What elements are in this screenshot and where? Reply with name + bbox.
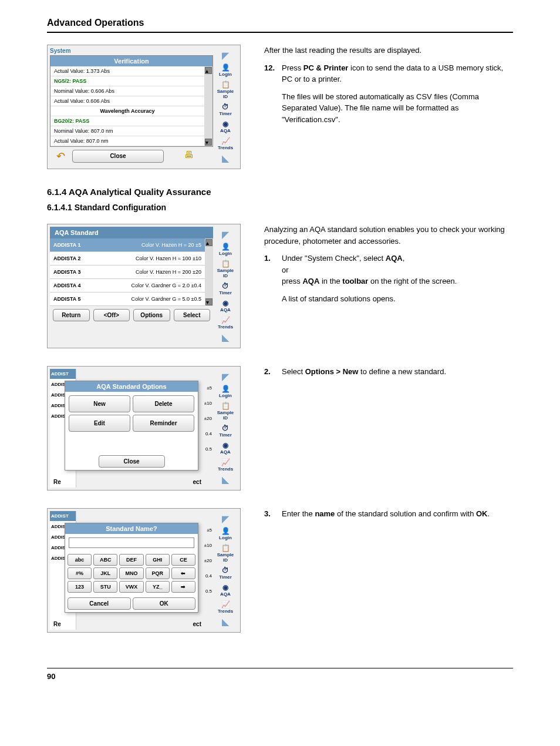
scrollbar[interactable]: ▴ ▾ bbox=[205, 238, 213, 306]
toolbar-trends[interactable]: 📈Trends bbox=[214, 599, 237, 615]
toolbar-trends[interactable]: 📈Trends bbox=[214, 136, 237, 152]
ghost-item: ADDIST bbox=[50, 369, 76, 379]
keyboard-key[interactable]: JKL bbox=[93, 567, 117, 579]
off-button[interactable]: <Off> bbox=[93, 309, 130, 321]
close-button[interactable]: Close bbox=[72, 150, 164, 163]
keyboard-key[interactable]: MNO bbox=[119, 567, 143, 579]
keyboard-key[interactable]: CE bbox=[171, 554, 195, 566]
aqa-row[interactable]: ADDISTA 1Color V. Hazen H = 20 ±5 bbox=[50, 238, 205, 252]
ghost-value: 0.5 bbox=[201, 442, 213, 457]
toolbar-trends[interactable]: 📈Trends bbox=[214, 457, 237, 473]
keyboard-key[interactable]: YZ_ bbox=[146, 581, 170, 593]
scroll-up-icon[interactable]: ▴ bbox=[205, 239, 212, 246]
toolbar-up-icon[interactable]: ◤ bbox=[222, 50, 229, 61]
aqa-intro: Analyzing an AQA standard solution enabl… bbox=[264, 224, 513, 247]
delete-button[interactable]: Delete bbox=[133, 395, 194, 412]
select-button[interactable]: Select bbox=[174, 309, 211, 321]
toolbar-sample-id[interactable]: 📋Sample ID bbox=[214, 258, 237, 280]
toolbar-login[interactable]: 👤Login bbox=[214, 241, 237, 257]
keyboard-key[interactable]: ➡ bbox=[171, 581, 195, 593]
aqa-row[interactable]: ADDISTA 4Color V. Gardner G = 2.0 ±0.4 bbox=[50, 279, 205, 293]
ghost-value: ±10 bbox=[201, 538, 213, 553]
toolbar-login[interactable]: 👤Login bbox=[214, 384, 237, 399]
scroll-down-icon[interactable]: ▾ bbox=[205, 139, 212, 146]
verif-intro: After the last reading the results are d… bbox=[264, 45, 513, 56]
return-fragment: Re bbox=[53, 479, 61, 485]
scroll-down-icon[interactable]: ▾ bbox=[205, 298, 212, 305]
screenshot-keyboard: AQA ADDISTADDISTADDISTADDISTADDIST ±5±10… bbox=[47, 508, 241, 633]
row-verification: System Verification Actual Value: 1.373 … bbox=[47, 45, 513, 169]
toolbar-sample-id[interactable]: 📋Sample ID bbox=[214, 79, 237, 100]
toolbar-login[interactable]: 👤Login bbox=[214, 62, 237, 78]
step-num-2: 2. bbox=[264, 366, 277, 378]
toolbar-aqa[interactable]: ◉AQA bbox=[214, 119, 237, 135]
toolbar-up-icon[interactable]: ◤ bbox=[222, 513, 229, 525]
toolbar-timer[interactable]: ⏱Timer bbox=[214, 565, 237, 581]
scroll-up-icon[interactable]: ▴ bbox=[205, 67, 212, 74]
select-fragment: ect bbox=[193, 479, 201, 485]
verification-line: Actual Value: 807.0 nm bbox=[50, 136, 204, 146]
keyboard-key[interactable]: PQR bbox=[146, 567, 170, 579]
section-6-1-4: 6.1.4 AQA Analytical Quality Assurance bbox=[47, 187, 513, 197]
keyboard-key[interactable]: 123 bbox=[68, 581, 92, 593]
toolbar-aqa[interactable]: ◉AQA bbox=[214, 582, 237, 598]
toolbar-down-icon[interactable]: ◣ bbox=[222, 616, 229, 627]
aqa-list-note: A list of standard solutions opens. bbox=[282, 293, 513, 305]
verification-title: Verification bbox=[50, 56, 212, 66]
ok-button[interactable]: OK bbox=[133, 597, 196, 610]
verification-line: Actual Value: 0.606 Abs bbox=[50, 96, 204, 106]
toolbar-aqa[interactable]: ◉AQA bbox=[214, 440, 237, 456]
toolbar-up-icon[interactable]: ◤ bbox=[222, 229, 229, 240]
cancel-button[interactable]: Cancel bbox=[68, 597, 131, 610]
step-num-1: 1. bbox=[264, 253, 277, 287]
aqa-row[interactable]: ADDISTA 3Color V. Hazen H = 200 ±20 bbox=[50, 266, 205, 279]
keyboard-key[interactable]: VWX bbox=[119, 581, 143, 593]
ghost-value: ±10 bbox=[201, 396, 213, 411]
toolbar-timer[interactable]: ⏱Timer bbox=[214, 423, 237, 439]
toolbar-down-icon[interactable]: ◣ bbox=[222, 153, 229, 164]
toolbar-up-icon[interactable]: ◤ bbox=[222, 371, 229, 382]
toolbar-down-icon[interactable]: ◣ bbox=[222, 332, 229, 343]
pc-printer-icon[interactable]: 🖶 bbox=[167, 150, 210, 163]
aqa-row[interactable]: ADDISTA 5Color V. Gardner G = 5.0 ±0.5 bbox=[50, 293, 205, 306]
scrollbar[interactable]: ▴ ▾ bbox=[204, 66, 212, 146]
toolbar-down-icon[interactable]: ◣ bbox=[222, 474, 229, 485]
keyboard-key[interactable]: ⬅ bbox=[171, 567, 195, 579]
toolbar-sample-id[interactable]: 📋Sample ID bbox=[214, 401, 237, 422]
keyboard-key[interactable]: #% bbox=[68, 567, 92, 579]
row-keyboard: AQA ADDISTADDISTADDISTADDISTADDIST ±5±10… bbox=[47, 508, 513, 633]
toolbar-timer[interactable]: ⏱Timer bbox=[214, 281, 237, 297]
ghost-value: ±5 bbox=[201, 523, 213, 538]
ghost-value: 0.4 bbox=[201, 426, 213, 442]
step-2-text: Select Options > New to define a new sta… bbox=[282, 366, 513, 378]
keyboard-key[interactable]: DEF bbox=[119, 554, 143, 566]
options-close-button[interactable]: Close bbox=[99, 455, 165, 468]
step-num-3: 3. bbox=[264, 508, 277, 520]
options-button[interactable]: Options bbox=[133, 309, 170, 321]
aqa-row[interactable]: ADDISTA 2Color V. Hazen H = 100 ±10 bbox=[50, 252, 205, 266]
verification-line: Nominal Value: 0.606 Abs bbox=[50, 86, 204, 96]
keyboard-key[interactable]: ABC bbox=[93, 554, 117, 566]
keyboard-key[interactable]: abc bbox=[68, 554, 92, 566]
standard-name-input[interactable] bbox=[69, 537, 194, 548]
keyboard-key[interactable]: GHI bbox=[146, 554, 170, 566]
row-aqa-standard: AQA Standard ADDISTA 1Color V. Hazen H =… bbox=[47, 224, 513, 348]
edit-button[interactable]: Edit bbox=[69, 415, 130, 432]
back-icon[interactable]: ↶ bbox=[53, 150, 69, 163]
return-button[interactable]: Return bbox=[53, 309, 90, 321]
new-button[interactable]: New bbox=[69, 395, 130, 412]
text-verification: After the last reading the results are d… bbox=[264, 45, 513, 169]
keyboard-key[interactable]: STU bbox=[93, 581, 117, 593]
toolbar-trends[interactable]: 📈Trends bbox=[214, 315, 237, 331]
screenshot-options: AQA ADDISTADDISTADDISTADDISTADDIST ±5±10… bbox=[47, 366, 241, 490]
toolbar-timer[interactable]: ⏱Timer bbox=[214, 102, 237, 117]
step-12-text: Press PC & Printer icon to send the data… bbox=[282, 62, 513, 85]
options-title: AQA Standard Options bbox=[65, 381, 198, 392]
verification-line: Nominal Value: 807.0 nm bbox=[50, 126, 204, 136]
verif-csv-note: The files will be stored automatically a… bbox=[282, 91, 513, 126]
toolbar-aqa[interactable]: ◉AQA bbox=[214, 298, 237, 314]
toolbar-sample-id[interactable]: 📋Sample ID bbox=[214, 543, 237, 564]
reminder-button[interactable]: Reminder bbox=[133, 415, 194, 432]
return-fragment: Re bbox=[53, 621, 61, 627]
toolbar-login[interactable]: 👤Login bbox=[214, 526, 237, 542]
